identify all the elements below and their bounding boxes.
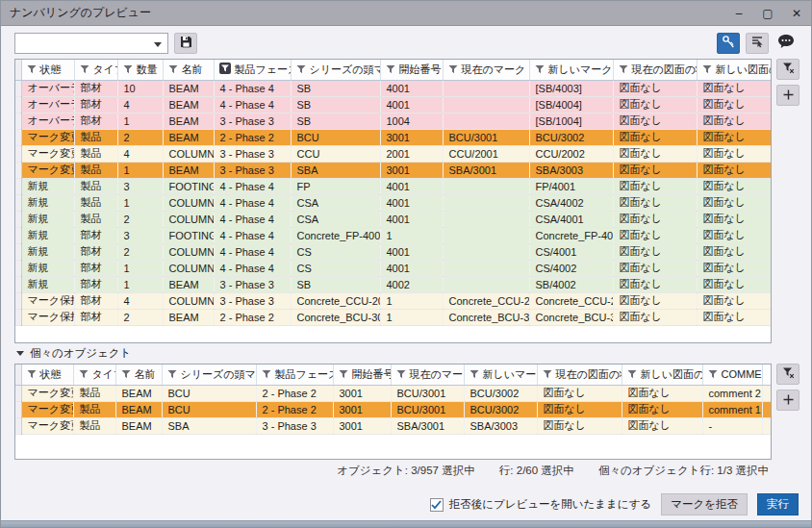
table-row[interactable]: 新規部材3FOOTING4 - Phase 4Concrete_FP-40011…	[15, 227, 772, 243]
filter-icon[interactable]	[708, 369, 718, 381]
filter-icon[interactable]	[80, 64, 89, 76]
minimize-button[interactable]: –	[724, 1, 753, 25]
individual-table[interactable]: 状態タイプ名前シリーズの頭マーク製品フェーズ開始番号現在のマーク新しいマーク現在…	[15, 365, 772, 435]
column-header[interactable]: 名前	[115, 365, 162, 385]
column-header[interactable]: 開始番号	[333, 365, 391, 385]
table-row[interactable]: オーバーラップ部材10BEAM4 - Phase 4SB4001[SB/4003…	[15, 80, 772, 96]
keep-open-checkbox[interactable]	[430, 498, 444, 512]
column-header[interactable]: 製品フェーズ	[256, 365, 333, 385]
cell: SBA/3001	[443, 162, 529, 178]
preset-combobox[interactable]	[14, 33, 168, 54]
filter-icon[interactable]	[123, 64, 133, 76]
reject-marks-button[interactable]: マークを拒否	[661, 493, 748, 515]
dialog-resize-edge[interactable]	[1, 520, 811, 527]
column-header[interactable]: 状態	[21, 365, 73, 385]
table-row[interactable]: マーク変更製品BEAMBCU2 - Phase 23001BCU/3001BCU…	[15, 401, 772, 417]
table-row[interactable]: 新規部材1BEAM3 - Phase 3SB4002SB/4002図面なし図面な…	[15, 276, 772, 292]
table-row[interactable]: マーク保持部材4COLUMN3 - Phase 3Concrete_CCU-20…	[15, 292, 772, 309]
column-header[interactable]: 数量	[117, 60, 163, 80]
column-header[interactable]: タイプ	[74, 60, 117, 80]
table-row[interactable]: マーク保持部材2BEAM2 - Phase 2Concrete_BCU-3001…	[15, 309, 772, 325]
column-header[interactable]: 新しい図面の状態	[622, 365, 702, 385]
titlebar[interactable]: ナンバリングのプレビュー – ▢ ✕	[1, 1, 811, 26]
main-table[interactable]: 状態タイプ数量名前製品フェーズシリーズの頭マーク開始番号現在のマーク新しいマーク…	[15, 60, 772, 326]
column-header[interactable]: COMMENT	[702, 365, 762, 385]
table-row[interactable]: オーバーラップ部材1BEAM3 - Phase 3SB1004[SB/1004]…	[15, 113, 772, 129]
close-button[interactable]: ✕	[782, 1, 811, 25]
filter-icon[interactable]	[27, 64, 37, 76]
filter-icon[interactable]	[339, 369, 348, 381]
keep-open-label[interactable]: 拒否後にプレビューを開いたままにする	[449, 497, 652, 512]
column-header[interactable]: 現在のマーク	[443, 60, 529, 80]
clear-filters-button-main[interactable]	[776, 59, 799, 80]
table-row[interactable]: マーク変更製品BEAMBCU2 - Phase 23001BCU/3001BCU…	[15, 385, 772, 401]
table-row[interactable]: 新規部材1COLUMN4 - Phase 4CS4001CS/4002図面なし図…	[15, 260, 772, 276]
cell: BCU/3001	[443, 129, 529, 145]
feedback-button[interactable]	[774, 33, 798, 54]
filter-icon[interactable]	[168, 64, 178, 76]
table-row[interactable]: 新規製品2COLUMN4 - Phase 4CSA4001CSA/4001図面な…	[15, 211, 772, 227]
filter-icon[interactable]	[79, 369, 89, 381]
column-header[interactable]: 現在の図面の状態	[613, 60, 697, 80]
cell: 図面なし	[613, 162, 697, 178]
column-header[interactable]: 新しいマーク	[529, 60, 613, 80]
table-row[interactable]: マーク変更製品1BEAM3 - Phase 3SBA3001SBA/3001SB…	[15, 162, 772, 178]
column-label: COMMENT	[722, 368, 763, 380]
column-header[interactable]: 現在の図面の状態	[537, 365, 622, 385]
individual-objects-section-header[interactable]: 個々のオブジェクト	[16, 346, 131, 361]
table-row[interactable]: 新規部材2COLUMN4 - Phase 4CS4001CS/4001図面なし図…	[15, 243, 772, 260]
column-header[interactable]: シリーズの頭マーク	[162, 365, 256, 385]
filter-active-icon[interactable]	[219, 63, 231, 76]
filter-icon[interactable]	[702, 64, 712, 76]
add-row-button-main[interactable]	[776, 85, 799, 106]
filter-icon[interactable]	[448, 64, 458, 76]
column-label: 現在のマーク	[410, 368, 465, 380]
filter-icon[interactable]	[386, 64, 395, 76]
column-header[interactable]: 現在のマーク	[391, 365, 464, 385]
add-row-button-individual[interactable]	[776, 390, 799, 411]
column-header[interactable]: タイプ	[73, 365, 115, 385]
clear-filters-button-individual[interactable]	[776, 364, 799, 385]
maximize-button[interactable]: ▢	[753, 1, 782, 25]
table-row[interactable]: 新規製品1COLUMN4 - Phase 4CSA4001CSA/4002図面な…	[15, 194, 772, 211]
column-header[interactable]: 状態	[21, 60, 74, 80]
cell: FOOTING	[163, 227, 214, 243]
cell: BCU/3002	[464, 401, 537, 417]
filter-icon[interactable]	[619, 64, 628, 76]
save-button[interactable]	[174, 33, 197, 54]
filter-icon[interactable]	[535, 64, 545, 76]
apply-button[interactable]: 実行	[757, 493, 799, 515]
table-row[interactable]: マーク変更製品2BEAM2 - Phase 2BCU3001BCU/3001BC…	[15, 129, 772, 145]
cell: 図面なし	[537, 401, 622, 417]
filter-icon[interactable]	[296, 64, 306, 76]
column-label: 名前	[135, 368, 156, 380]
cell: [SB/4004]	[529, 96, 613, 113]
cell: 図面なし	[537, 385, 622, 401]
column-header[interactable]: シリーズの頭マーク	[291, 60, 380, 80]
individual-table-container: 状態タイプ名前シリーズの頭マーク製品フェーズ開始番号現在のマーク新しいマーク現在…	[14, 364, 772, 460]
key-button[interactable]	[717, 33, 740, 54]
filter-icon[interactable]	[469, 369, 479, 381]
column-header[interactable]: 新しい図面の状態	[697, 60, 772, 80]
cell: 3001	[333, 401, 391, 417]
header-row: 状態タイプ数量名前製品フェーズシリーズの頭マーク開始番号現在のマーク新しいマーク…	[15, 60, 772, 80]
table-row[interactable]: オーバーラップ部材4BEAM4 - Phase 4SB4001[SB/4004]…	[15, 96, 772, 113]
column-header[interactable]: 開始番号	[380, 60, 443, 80]
filter-icon[interactable]	[543, 369, 552, 381]
cell	[762, 385, 772, 401]
select-rows-button[interactable]	[746, 33, 769, 54]
filter-icon[interactable]	[167, 369, 177, 381]
cell: COLUMN	[163, 211, 214, 227]
filter-icon[interactable]	[627, 369, 637, 381]
table-row[interactable]: マーク変更製品BEAMSBA3 - Phase 33001SBA/3001SBA…	[15, 417, 772, 434]
table-row[interactable]: マーク変更製品4COLUMN3 - Phase 3CCU2001CCU/2001…	[15, 145, 772, 162]
column-header[interactable]: 新しいマーク	[464, 365, 537, 385]
table-row[interactable]: 新規製品3FOOTING4 - Phase 4FP4001FP/4001図面なし…	[15, 178, 772, 194]
filter-icon[interactable]	[396, 369, 406, 381]
column-header[interactable]: 名前	[163, 60, 214, 80]
column-header[interactable]: 製品フェーズ	[214, 60, 291, 80]
filter-icon[interactable]	[27, 369, 37, 381]
cell: CS	[291, 260, 380, 276]
filter-icon[interactable]	[262, 369, 271, 381]
filter-icon[interactable]	[121, 369, 131, 381]
